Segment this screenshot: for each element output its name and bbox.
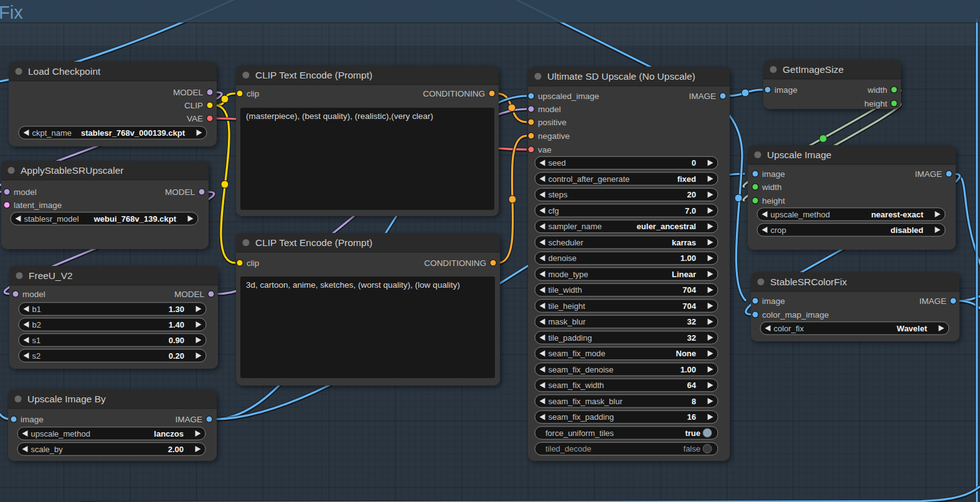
svg-text:scheduler: scheduler — [549, 238, 584, 247]
svg-text:mask_blur: mask_blur — [549, 317, 587, 326]
svg-text:None: None — [676, 349, 697, 358]
svg-text:width: width — [867, 85, 887, 95]
svg-text:ApplyStableSRUpscaler: ApplyStableSRUpscaler — [21, 165, 123, 176]
svg-text:20: 20 — [687, 190, 696, 199]
svg-text:scale_by: scale_by — [31, 445, 64, 454]
svg-text:false: false — [684, 444, 700, 453]
svg-text:704: 704 — [682, 285, 696, 295]
svg-text:model: model — [22, 290, 45, 299]
svg-text:GetImageSize: GetImageSize — [783, 64, 844, 75]
svg-text:IMAGE: IMAGE — [915, 169, 942, 179]
svg-text:IMAGE: IMAGE — [689, 92, 716, 101]
svg-text:disabled: disabled — [890, 225, 923, 235]
svg-text:fixed: fixed — [677, 174, 696, 184]
svg-text:negative: negative — [538, 131, 570, 141]
svg-text:CLIP Text Encode (Prompt): CLIP Text Encode (Prompt) — [255, 237, 372, 248]
svg-text:s1: s1 — [32, 336, 41, 345]
svg-text:CLIP Text Encode (Prompt): CLIP Text Encode (Prompt) — [255, 70, 372, 80]
svg-text:7.0: 7.0 — [685, 206, 696, 215]
svg-text:8: 8 — [692, 397, 696, 406]
svg-text:FreeU_V2: FreeU_V2 — [29, 270, 73, 281]
svg-text:Upscale Image: Upscale Image — [767, 149, 831, 160]
svg-text:stablesr_768v_000139.ckpt: stablesr_768v_000139.ckpt — [81, 128, 186, 138]
svg-text:seam_fix_mask_blur: seam_fix_mask_blur — [549, 397, 623, 406]
svg-text:1.00: 1.00 — [681, 365, 696, 374]
svg-text:64: 64 — [687, 381, 697, 390]
svg-text:upscaled_image: upscaled_image — [538, 92, 599, 101]
svg-text:VAE: VAE — [187, 114, 203, 123]
svg-text:Fix: Fix — [0, 2, 23, 22]
svg-text:force_uniform_tiles: force_uniform_tiles — [545, 429, 614, 438]
svg-text:karras: karras — [672, 238, 696, 247]
svg-text:0.90: 0.90 — [169, 336, 184, 345]
svg-text:b1: b1 — [32, 305, 41, 314]
svg-text:sampler_name: sampler_name — [549, 222, 602, 231]
svg-text:image: image — [762, 169, 785, 179]
svg-text:IMAGE: IMAGE — [175, 415, 202, 424]
svg-text:ckpt_name: ckpt_name — [32, 128, 72, 138]
svg-text:Upscale Image By: Upscale Image By — [27, 394, 106, 404]
svg-text:seam_fix_denoise: seam_fix_denoise — [549, 365, 614, 374]
svg-text:(masterpiece), (best quality),: (masterpiece), (best quality), (realisti… — [246, 111, 433, 121]
svg-text:Wavelet: Wavelet — [897, 324, 927, 333]
svg-text:CONDITIONING: CONDITIONING — [424, 258, 486, 268]
svg-text:color_fix: color_fix — [774, 324, 804, 333]
svg-text:lanczos: lanczos — [154, 429, 184, 438]
svg-text:0.20: 0.20 — [169, 351, 184, 361]
svg-text:CLIP: CLIP — [184, 101, 203, 110]
svg-text:image: image — [762, 296, 785, 306]
svg-text:denoise: denoise — [549, 253, 577, 263]
svg-text:1.30: 1.30 — [169, 305, 184, 314]
svg-text:euler_ancestral: euler_ancestral — [637, 222, 696, 231]
svg-text:seed: seed — [549, 158, 566, 168]
svg-text:32: 32 — [687, 317, 696, 326]
svg-text:height: height — [864, 99, 887, 108]
svg-text:crop: crop — [771, 225, 786, 235]
svg-text:width: width — [761, 182, 782, 192]
svg-text:seam_fix_width: seam_fix_width — [549, 381, 605, 390]
svg-text:upscale_method: upscale_method — [771, 210, 830, 219]
svg-text:3d, cartoon, anime, sketches,: 3d, cartoon, anime, sketches, (worst qua… — [246, 280, 460, 290]
svg-text:tiled_decode: tiled_decode — [545, 444, 591, 453]
svg-text:webui_768v_139.ckpt: webui_768v_139.ckpt — [93, 214, 177, 224]
svg-text:model: model — [14, 187, 37, 197]
svg-text:704: 704 — [682, 301, 696, 311]
svg-text:MODEL: MODEL — [174, 290, 205, 299]
svg-text:16: 16 — [687, 412, 696, 422]
svg-text:s2: s2 — [32, 351, 41, 361]
svg-text:vae: vae — [538, 145, 552, 154]
svg-text:MODEL: MODEL — [165, 187, 196, 197]
svg-text:IMAGE: IMAGE — [919, 296, 946, 306]
svg-text:cfg: cfg — [549, 206, 559, 215]
svg-text:color_map_image: color_map_image — [762, 310, 829, 320]
svg-text:tile_width: tile_width — [549, 285, 582, 295]
svg-text:mode_type: mode_type — [549, 270, 588, 279]
svg-text:steps: steps — [549, 190, 568, 199]
svg-text:32: 32 — [687, 333, 696, 343]
svg-text:CONDITIONING: CONDITIONING — [423, 89, 485, 98]
svg-text:model: model — [538, 105, 561, 114]
svg-text:StableSRColorFix: StableSRColorFix — [770, 277, 847, 287]
svg-text:Ultimate SD Upscale (No Upscal: Ultimate SD Upscale (No Upscale) — [547, 71, 695, 82]
svg-text:tile_padding: tile_padding — [549, 333, 592, 343]
svg-text:control_after_generate: control_after_generate — [549, 174, 630, 184]
svg-text:latent_image: latent_image — [14, 201, 62, 210]
svg-text:Load Checkpoint: Load Checkpoint — [28, 66, 101, 77]
svg-text:clip: clip — [247, 89, 259, 98]
svg-text:b2: b2 — [32, 320, 41, 329]
svg-text:height: height — [762, 196, 785, 206]
svg-text:1.00: 1.00 — [681, 253, 696, 263]
svg-text:clip: clip — [247, 258, 259, 268]
svg-text:tile_height: tile_height — [549, 301, 586, 311]
svg-text:true: true — [685, 429, 700, 438]
svg-text:positive: positive — [538, 118, 567, 127]
svg-text:MODEL: MODEL — [173, 88, 204, 97]
svg-text:image: image — [21, 415, 44, 424]
svg-text:1.40: 1.40 — [169, 320, 184, 329]
svg-text:2.00: 2.00 — [168, 445, 184, 454]
svg-text:upscale_method: upscale_method — [31, 429, 90, 438]
svg-text:seam_fix_mode: seam_fix_mode — [549, 349, 606, 358]
svg-text:Linear: Linear — [672, 270, 696, 279]
svg-text:nearest-exact: nearest-exact — [871, 210, 923, 219]
svg-text:image: image — [775, 85, 798, 95]
